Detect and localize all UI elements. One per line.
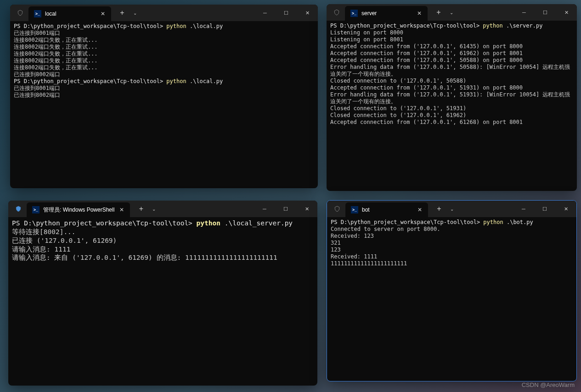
output-line: Accepted connection from ('127.0.0.1', 5…	[330, 57, 523, 63]
new-tab-button[interactable]: +	[432, 202, 446, 215]
tab-bot[interactable]: >_ bot ✕	[345, 202, 428, 217]
output-line: 连接8002端口失败，正在重试...	[14, 64, 98, 71]
tab-title: local	[45, 11, 96, 17]
output-line: 123	[331, 246, 341, 253]
close-window-button[interactable]: ✕	[296, 201, 317, 217]
close-window-button[interactable]: ✕	[555, 201, 576, 217]
output-line: 已连接到8002端口	[14, 92, 60, 98]
terminal-output[interactable]: PS D:\python_project_workspace\Tcp-tool\…	[327, 21, 577, 191]
maximize-button[interactable]: ☐	[275, 201, 296, 217]
prompt: PS D:\python_project_workspace\Tcp-tool\…	[12, 219, 197, 227]
minimize-button[interactable]: ─	[254, 201, 275, 217]
minimize-button[interactable]: ─	[513, 201, 534, 217]
watermark: CSDN @AreoWarm	[522, 381, 575, 388]
new-tab-button[interactable]: +	[134, 202, 148, 215]
terminal-output[interactable]: PS D:\python_project_workspace\Tcp-tool\…	[327, 217, 576, 381]
powershell-icon: >_	[350, 10, 358, 17]
prompt: PS D:\python_project_workspace\Tcp-tool\…	[14, 23, 166, 29]
command-arg: .\bot.py	[503, 219, 533, 225]
output-line: 已连接到8002端口	[14, 71, 60, 78]
prompt: PS D:\python_project_workspace\Tcp-tool\…	[331, 219, 483, 225]
titlebar[interactable]: >_ local ✕ + ⌄ ─ ☐ ✕	[10, 5, 318, 21]
output-line: Error handling data from ('127.0.0.1', 5…	[330, 91, 570, 105]
output-line: Listening on port 8000	[330, 29, 403, 36]
powershell-icon: >_	[351, 206, 358, 213]
close-window-button[interactable]: ✕	[297, 5, 318, 21]
close-window-button[interactable]: ✕	[556, 4, 577, 21]
terminal-output[interactable]: PS D:\python_project_workspace\Tcp-tool\…	[10, 21, 318, 188]
output-line: 连接8002端口失败，正在重试...	[14, 44, 98, 50]
command-arg: .\server.py	[503, 22, 543, 29]
shield-icon	[333, 205, 341, 213]
output-line: 等待连接[8002]...	[12, 228, 76, 235]
tab-local[interactable]: >_ local ✕	[28, 6, 111, 21]
terminal-window-server: >_ server ✕ + ⌄ ─ ☐ ✕ PS D:\python_proje…	[327, 4, 577, 191]
command-arg: .\local.py	[186, 78, 223, 84]
close-tab-button[interactable]: ✕	[118, 206, 125, 213]
command-binary: python	[166, 78, 186, 84]
output-line: Closed connection to ('127.0.0.1', 50588…	[330, 78, 466, 84]
output-line: Received: 123	[331, 233, 374, 239]
tab-dropdown-button[interactable]: ⌄	[446, 6, 457, 19]
minimize-button[interactable]: ─	[513, 4, 535, 21]
shield-icon	[333, 9, 340, 16]
output-line: 321	[331, 240, 341, 246]
output-line: Accepted connection from ('127.0.0.1', 6…	[330, 43, 523, 50]
maximize-button[interactable]: ☐	[276, 5, 297, 21]
new-tab-button[interactable]: +	[431, 6, 446, 19]
output-line: 请输入消息: 来自 ('127.0.0.1', 61269) 的消息: 1111…	[12, 254, 277, 261]
titlebar[interactable]: >_ bot ✕ + ⌄ ─ ☐ ✕	[327, 201, 576, 217]
output-line: Closed connection to ('127.0.0.1', 61962…	[330, 112, 466, 118]
output-line: Connected to server on port 8000.	[331, 226, 440, 232]
window-controls: ─ ☐ ✕	[513, 201, 576, 217]
output-line: 11111111111111111111111	[331, 260, 407, 267]
close-tab-button[interactable]: ✕	[416, 206, 423, 213]
tab-dropdown-button[interactable]: ⌄	[130, 6, 141, 19]
prompt: PS D:\python_project_workspace\Tcp-tool\…	[330, 22, 483, 29]
tab-title: bot	[362, 207, 412, 213]
tab-title: 管理员: Windows PowerShell	[43, 206, 114, 214]
command-arg: .\local.py	[186, 23, 223, 29]
tab-dropdown-button[interactable]: ⌄	[148, 202, 159, 215]
output-line: 连接8002端口失败，正在重试...	[14, 50, 98, 57]
output-line: 已连接到8001端口	[14, 85, 60, 91]
output-line: 请输入消息: 1111	[12, 246, 70, 253]
powershell-icon: >_	[34, 10, 41, 17]
titlebar[interactable]: >_ server ✕ + ⌄ ─ ☐ ✕	[327, 4, 577, 21]
output-line: Accepted connection from ('127.0.0.1', 6…	[330, 119, 523, 125]
new-tab-button[interactable]: +	[115, 6, 130, 19]
tab-server[interactable]: >_ server ✕	[345, 6, 428, 21]
output-line: 连接8002端口失败，正在重试...	[14, 37, 98, 43]
shield-icon	[17, 9, 24, 17]
terminal-window-bot: >_ bot ✕ + ⌄ ─ ☐ ✕ PS D:\python_project_…	[327, 200, 577, 381]
output-line: 连接8002端口失败，正在重试...	[14, 57, 98, 64]
output-line: Error handling data from ('127.0.0.1', 5…	[330, 64, 570, 77]
output-line: 已连接 ('127.0.0.1', 61269)	[12, 237, 117, 244]
output-line: Accepted connection from ('127.0.0.1', 5…	[330, 84, 523, 91]
tab-title: server	[361, 10, 412, 17]
output-line: Closed connection to ('127.0.0.1', 51931…	[330, 105, 466, 112]
window-controls: ─ ☐ ✕	[254, 5, 318, 21]
output-line: Accepted connection from ('127.0.0.1', 6…	[330, 50, 523, 56]
window-controls: ─ ☐ ✕	[254, 201, 317, 217]
terminal-output[interactable]: PS D:\python_project_workspace\Tcp-tool\…	[8, 217, 317, 386]
command-binary: python	[197, 219, 220, 227]
output-line: Listening on port 8001	[330, 36, 403, 43]
command-arg: .\local_server.py	[220, 219, 293, 227]
terminal-window-admin: >_ 管理员: Windows PowerShell ✕ + ⌄ ─ ☐ ✕ P…	[8, 201, 317, 386]
tab-dropdown-button[interactable]: ⌄	[446, 202, 457, 215]
command-binary: python	[483, 22, 502, 29]
maximize-button[interactable]: ☐	[535, 4, 556, 21]
command-binary: python	[166, 23, 186, 29]
powershell-icon: >_	[32, 206, 39, 213]
prompt: PS D:\python_project_workspace\Tcp-tool\…	[14, 78, 166, 84]
close-tab-button[interactable]: ✕	[416, 10, 423, 17]
output-line: 已连接到8001端口	[14, 30, 60, 36]
titlebar[interactable]: >_ 管理员: Windows PowerShell ✕ + ⌄ ─ ☐ ✕	[8, 201, 317, 217]
tab-admin-powershell[interactable]: >_ 管理员: Windows PowerShell ✕	[27, 202, 130, 217]
shield-icon	[15, 205, 22, 213]
command-binary: python	[483, 219, 503, 225]
close-tab-button[interactable]: ✕	[99, 10, 107, 17]
minimize-button[interactable]: ─	[254, 5, 276, 21]
maximize-button[interactable]: ☐	[534, 201, 555, 217]
